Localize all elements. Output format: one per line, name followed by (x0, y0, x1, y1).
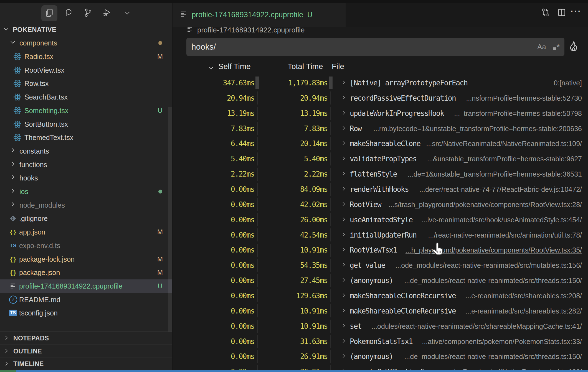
chevron-right-icon (3, 361, 9, 368)
tree-item-package-lock-json[interactable]: {}package-lock.jsonM (0, 252, 172, 266)
tree-item-label: RootView.tsx (24, 66, 64, 74)
chevron-right-icon (3, 348, 9, 355)
tree-item-themedtext-tsx[interactable]: ThemedText.tsx (0, 131, 172, 144)
tree-item-label: ios (19, 188, 28, 196)
tree-item-readme-md[interactable]: iREADME.md (0, 293, 172, 306)
tree-item-rootview-tsx[interactable]: RootView.tsx (0, 63, 172, 77)
react-icon (13, 52, 22, 61)
chevron-down-icon (9, 39, 16, 47)
tree-item-functions[interactable]: functions (0, 158, 172, 171)
react-icon (13, 106, 22, 115)
mouse-cursor (430, 242, 445, 258)
react-icon (13, 79, 22, 88)
filter-input[interactable] (191, 42, 530, 52)
tree-item-components[interactable]: components (0, 36, 172, 50)
tree-item-node-modules[interactable]: node_modules (0, 198, 172, 212)
regex-icon (553, 47, 556, 50)
match-case-toggle[interactable]: Aa (537, 43, 546, 51)
compare-changes-icon (541, 7, 551, 19)
git-status-badge: U (154, 282, 166, 290)
tree-item-hooks[interactable]: hooks (0, 171, 172, 185)
tab-label: profile-1741689314922.cpuprofile (192, 11, 303, 19)
braces-icon: {} (8, 256, 18, 263)
tree-item-expo-env-d-ts[interactable]: TSexpo-env.d.ts (0, 239, 172, 253)
tsbox-icon: TS (8, 310, 18, 316)
tree-item-label: hooks (19, 174, 38, 182)
git-status-badge: M (154, 255, 166, 263)
git-status-badge: M (154, 53, 166, 60)
braces-icon: {} (8, 229, 18, 236)
tree-item-label: functions (19, 160, 47, 169)
tree-item-searchbar-tsx[interactable]: SearchBar.tsx (0, 90, 172, 104)
git-status-badge: M (154, 228, 166, 236)
column-total-time[interactable]: Total Time (288, 62, 323, 71)
tree-item-label: Somehting.tsx (24, 106, 68, 114)
flame-icon (568, 40, 579, 53)
chevron-right-icon (9, 174, 16, 182)
panel-timeline[interactable]: TIMELINE (0, 358, 172, 370)
sort-chevron-down-icon[interactable] (207, 64, 215, 73)
tree-item-constants[interactable]: constants (0, 144, 172, 158)
status-remote-segment (0, 370, 16, 372)
tree-item-label: app.json (19, 228, 45, 236)
breadcrumb[interactable]: profile-1741689314922.cpuprofile (186, 24, 305, 35)
tree-item-label: ThemedText.tsx (24, 134, 73, 142)
tree-item-label: constants (19, 147, 49, 155)
tree-item-somehting-tsx[interactable]: Somehting.tsxU (0, 104, 172, 118)
breadcrumb-item: profile-1741689314922.cpuprofile (197, 26, 305, 34)
tree-item-ios[interactable]: ios (0, 185, 172, 198)
git-status-badge: M (154, 269, 166, 276)
status-bar (0, 370, 588, 372)
split-editor-icon (557, 8, 566, 18)
list-icon (8, 282, 18, 290)
tree-item-label: package.json (19, 269, 60, 277)
tree-item-label: Radio.tsx (24, 53, 53, 61)
tree-item-app-json[interactable]: {}app.jsonM (0, 225, 172, 239)
ts-icon: TS (8, 243, 18, 249)
panel-label: OUTLINE (13, 348, 42, 355)
tab-cpuprofile[interactable]: profile-1741689314922.cpuprofile U (173, 3, 346, 27)
tree-item-label: package-lock.json (19, 255, 75, 263)
flame-graph-button[interactable] (567, 40, 580, 54)
profile-table-header: Self Time Total Time File (172, 62, 588, 75)
tree-item-label: Row.tsx (24, 80, 49, 88)
file-tree: componentsRadio.tsxMRootView.tsxRow.tsxS… (0, 0, 172, 372)
tree-item-label: tsconfig.json (19, 309, 58, 317)
info-icon: i (8, 295, 18, 304)
tree-item-label: expo-env.d.ts (19, 241, 60, 249)
tree-item-label: profile-1741689314922.cpuprofile (19, 282, 123, 290)
tree-item--gitignore[interactable]: .gitignore (0, 212, 172, 225)
tree-item-row-tsx[interactable]: Row.tsx (0, 77, 172, 90)
list-file-icon (186, 26, 194, 34)
tree-item-label: node_modules (19, 201, 65, 209)
chevron-right-icon (9, 187, 16, 196)
split-editor-button[interactable] (556, 8, 567, 18)
chevron-right-icon (3, 335, 9, 342)
panel-label: NOTEPADS (13, 335, 49, 342)
regex-toggle[interactable]: * (553, 42, 560, 52)
panel-label: TIMELINE (13, 360, 44, 368)
more-actions-button[interactable]: ··· (571, 6, 581, 17)
tree-item-label: SearchBar.tsx (24, 93, 68, 101)
tree-item-label: components (19, 39, 57, 47)
git-status-badge: U (154, 107, 166, 114)
panel-outline[interactable]: OUTLINE (0, 345, 172, 358)
tree-item-tsconfig-json[interactable]: TStsconfig.json (0, 306, 172, 320)
column-self-time[interactable]: Self Time (218, 62, 251, 71)
tree-item-sortbutton-tsx[interactable]: SortButton.tsx (0, 117, 172, 131)
tree-item-package-json[interactable]: {}package.jsonM (0, 266, 172, 279)
open-changes-button[interactable] (540, 8, 551, 18)
panel-notepads[interactable]: NOTEPADS (0, 332, 172, 345)
git-icon (8, 215, 18, 222)
tree-item-profile-1741689314922-cpuprofile[interactable]: profile-1741689314922.cpuprofileU (0, 279, 172, 293)
git-status-dot (158, 190, 162, 193)
column-file[interactable]: File (332, 62, 344, 71)
editor-pane (172, 3, 588, 370)
filter-bar: Aa * (186, 38, 564, 56)
tree-item-radio-tsx[interactable]: Radio.tsxM (0, 50, 172, 63)
chevron-right-icon (9, 160, 16, 169)
git-status-dot (158, 41, 162, 45)
vscode-window: POKENATIVE componentsRadio.tsxMRootView.… (0, 0, 588, 372)
sidebar-scrollbar[interactable] (168, 107, 172, 332)
tree-item-label: README.md (19, 295, 60, 304)
